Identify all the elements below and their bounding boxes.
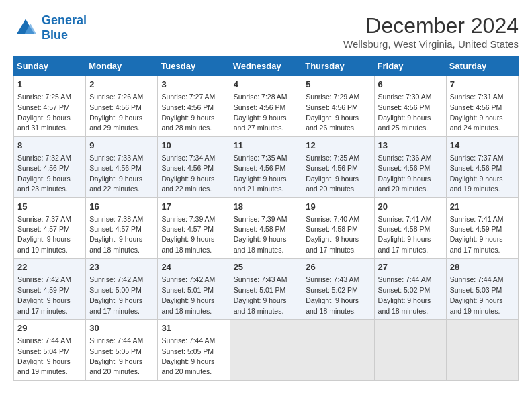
cell-info: Sunrise: 7:44 AMSunset: 5:04 PMDaylight:… <box>17 336 71 375</box>
day-number: 28 <box>450 261 515 273</box>
calendar-cell: 15Sunrise: 7:37 AMSunset: 4:57 PMDayligh… <box>14 197 86 259</box>
cell-info: Sunrise: 7:37 AMSunset: 4:57 PMDaylight:… <box>17 215 71 254</box>
logo-text: General Blue <box>42 13 87 42</box>
day-header-tuesday: Tuesday <box>158 57 230 76</box>
day-number: 25 <box>234 261 299 273</box>
cell-info: Sunrise: 7:28 AMSunset: 4:56 PMDaylight:… <box>234 93 287 132</box>
calendar-cell: 10Sunrise: 7:34 AMSunset: 4:56 PMDayligh… <box>158 136 230 197</box>
cell-info: Sunrise: 7:44 AMSunset: 5:05 PMDaylight:… <box>161 336 215 375</box>
cell-info: Sunrise: 7:41 AMSunset: 4:59 PMDaylight:… <box>450 215 504 254</box>
day-number: 12 <box>306 140 370 152</box>
calendar-cell: 6Sunrise: 7:30 AMSunset: 4:56 PMDaylight… <box>374 76 446 137</box>
day-number: 16 <box>89 201 154 213</box>
cell-info: Sunrise: 7:33 AMSunset: 4:56 PMDaylight:… <box>89 154 143 193</box>
day-number: 10 <box>161 140 226 152</box>
day-number: 14 <box>450 140 515 152</box>
day-number: 8 <box>17 140 82 152</box>
calendar-cell: 1Sunrise: 7:25 AMSunset: 4:57 PMDaylight… <box>14 76 86 137</box>
day-number: 1 <box>17 79 82 91</box>
calendar-cell: 22Sunrise: 7:42 AMSunset: 4:59 PMDayligh… <box>14 259 86 320</box>
calendar-week-row: 29Sunrise: 7:44 AMSunset: 5:04 PMDayligh… <box>14 320 519 381</box>
calendar-week-row: 15Sunrise: 7:37 AMSunset: 4:57 PMDayligh… <box>14 197 519 259</box>
calendar-cell: 2Sunrise: 7:26 AMSunset: 4:56 PMDaylight… <box>86 76 158 137</box>
day-number: 23 <box>89 261 154 273</box>
day-header-saturday: Saturday <box>446 57 518 76</box>
cell-info: Sunrise: 7:42 AMSunset: 5:00 PMDaylight:… <box>89 275 143 314</box>
calendar-cell: 13Sunrise: 7:36 AMSunset: 4:56 PMDayligh… <box>374 136 446 197</box>
day-number: 17 <box>161 201 226 213</box>
day-number: 27 <box>378 261 443 273</box>
calendar-week-row: 8Sunrise: 7:32 AMSunset: 4:56 PMDaylight… <box>14 136 519 197</box>
cell-info: Sunrise: 7:38 AMSunset: 4:57 PMDaylight:… <box>89 215 143 254</box>
calendar-cell <box>302 320 374 381</box>
cell-info: Sunrise: 7:43 AMSunset: 5:01 PMDaylight:… <box>234 275 287 314</box>
calendar-cell: 9Sunrise: 7:33 AMSunset: 4:56 PMDaylight… <box>86 136 158 197</box>
day-number: 24 <box>161 261 226 273</box>
calendar-cell: 26Sunrise: 7:43 AMSunset: 5:02 PMDayligh… <box>302 259 374 320</box>
logo: General Blue <box>13 13 87 42</box>
calendar-cell: 19Sunrise: 7:40 AMSunset: 4:58 PMDayligh… <box>302 197 374 259</box>
cell-info: Sunrise: 7:35 AMSunset: 4:56 PMDaylight:… <box>234 154 287 193</box>
calendar-cell: 4Sunrise: 7:28 AMSunset: 4:56 PMDaylight… <box>230 76 302 137</box>
cell-info: Sunrise: 7:30 AMSunset: 4:56 PMDaylight:… <box>378 93 432 132</box>
cell-info: Sunrise: 7:43 AMSunset: 5:02 PMDaylight:… <box>306 275 359 314</box>
title-area: December 2024 Wellsburg, West Virginia, … <box>343 13 519 50</box>
cell-info: Sunrise: 7:29 AMSunset: 4:56 PMDaylight:… <box>306 93 359 132</box>
day-number: 21 <box>450 201 515 213</box>
day-number: 13 <box>378 140 443 152</box>
calendar-cell: 17Sunrise: 7:39 AMSunset: 4:57 PMDayligh… <box>158 197 230 259</box>
day-number: 7 <box>450 79 515 91</box>
cell-info: Sunrise: 7:41 AMSunset: 4:58 PMDaylight:… <box>378 215 432 254</box>
cell-info: Sunrise: 7:32 AMSunset: 4:56 PMDaylight:… <box>17 154 71 193</box>
calendar-cell: 11Sunrise: 7:35 AMSunset: 4:56 PMDayligh… <box>230 136 302 197</box>
cell-info: Sunrise: 7:42 AMSunset: 4:59 PMDaylight:… <box>17 275 71 314</box>
calendar-cell: 3Sunrise: 7:27 AMSunset: 4:56 PMDaylight… <box>158 76 230 137</box>
logo-icon <box>13 16 38 40</box>
day-number: 2 <box>89 79 154 91</box>
cell-info: Sunrise: 7:31 AMSunset: 4:56 PMDaylight:… <box>450 93 504 132</box>
day-number: 22 <box>17 261 82 273</box>
day-number: 29 <box>17 322 82 334</box>
day-header-sunday: Sunday <box>14 57 86 76</box>
day-number: 11 <box>234 140 299 152</box>
calendar-cell: 25Sunrise: 7:43 AMSunset: 5:01 PMDayligh… <box>230 259 302 320</box>
cell-info: Sunrise: 7:39 AMSunset: 4:57 PMDaylight:… <box>161 215 215 254</box>
day-number: 31 <box>161 322 226 334</box>
calendar-cell: 24Sunrise: 7:42 AMSunset: 5:01 PMDayligh… <box>158 259 230 320</box>
logo-blue: Blue <box>42 28 68 42</box>
cell-info: Sunrise: 7:36 AMSunset: 4:56 PMDaylight:… <box>378 154 432 193</box>
cell-info: Sunrise: 7:27 AMSunset: 4:56 PMDaylight:… <box>161 93 215 132</box>
calendar-cell: 21Sunrise: 7:41 AMSunset: 4:59 PMDayligh… <box>446 197 518 259</box>
day-number: 15 <box>17 201 82 213</box>
cell-info: Sunrise: 7:35 AMSunset: 4:56 PMDaylight:… <box>306 154 359 193</box>
calendar-table: SundayMondayTuesdayWednesdayThursdayFrid… <box>13 56 519 381</box>
day-header-friday: Friday <box>374 57 446 76</box>
day-number: 26 <box>306 261 370 273</box>
calendar-cell: 29Sunrise: 7:44 AMSunset: 5:04 PMDayligh… <box>14 320 86 381</box>
day-number: 20 <box>378 201 443 213</box>
day-header-wednesday: Wednesday <box>230 57 302 76</box>
cell-info: Sunrise: 7:37 AMSunset: 4:56 PMDaylight:… <box>450 154 504 193</box>
day-number: 6 <box>378 79 443 91</box>
day-number: 5 <box>306 79 370 91</box>
day-number: 18 <box>234 201 299 213</box>
day-header-monday: Monday <box>86 57 158 76</box>
calendar-cell: 23Sunrise: 7:42 AMSunset: 5:00 PMDayligh… <box>86 259 158 320</box>
day-number: 3 <box>161 79 226 91</box>
cell-info: Sunrise: 7:42 AMSunset: 5:01 PMDaylight:… <box>161 275 215 314</box>
cell-info: Sunrise: 7:44 AMSunset: 5:03 PMDaylight:… <box>450 275 504 314</box>
cell-info: Sunrise: 7:40 AMSunset: 4:58 PMDaylight:… <box>306 215 359 254</box>
cell-info: Sunrise: 7:44 AMSunset: 5:02 PMDaylight:… <box>378 275 432 314</box>
cell-info: Sunrise: 7:26 AMSunset: 4:56 PMDaylight:… <box>89 93 143 132</box>
cell-info: Sunrise: 7:39 AMSunset: 4:58 PMDaylight:… <box>234 215 287 254</box>
calendar-cell: 20Sunrise: 7:41 AMSunset: 4:58 PMDayligh… <box>374 197 446 259</box>
calendar-cell: 7Sunrise: 7:31 AMSunset: 4:56 PMDaylight… <box>446 76 518 137</box>
calendar-cell: 14Sunrise: 7:37 AMSunset: 4:56 PMDayligh… <box>446 136 518 197</box>
calendar-cell: 31Sunrise: 7:44 AMSunset: 5:05 PMDayligh… <box>158 320 230 381</box>
calendar-cell: 30Sunrise: 7:44 AMSunset: 5:05 PMDayligh… <box>86 320 158 381</box>
logo-general: General <box>42 13 87 27</box>
month-title: December 2024 <box>343 13 519 38</box>
calendar-cell: 16Sunrise: 7:38 AMSunset: 4:57 PMDayligh… <box>86 197 158 259</box>
location: Wellsburg, West Virginia, United States <box>343 38 519 50</box>
cell-info: Sunrise: 7:25 AMSunset: 4:57 PMDaylight:… <box>17 93 71 132</box>
